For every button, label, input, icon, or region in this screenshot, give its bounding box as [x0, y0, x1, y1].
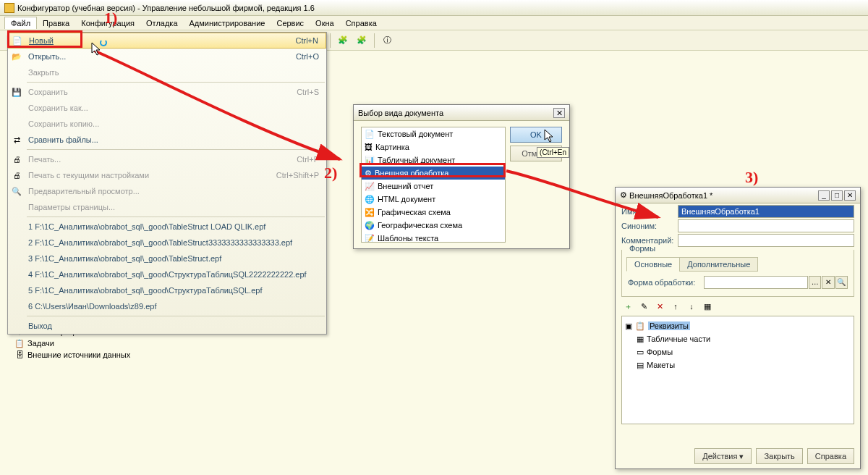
tb-debug1[interactable]: 🧩: [335, 33, 351, 49]
minimize-button[interactable]: _: [818, 190, 830, 201]
doc-item-extproc[interactable]: ⚙Внешняя обработка: [362, 167, 505, 180]
layouts-icon: ▤: [637, 361, 644, 370]
moveup-button[interactable]: ↑: [669, 300, 682, 313]
formproc-search[interactable]: 🔍: [835, 276, 848, 289]
print-icon: 🖨: [8, 155, 25, 164]
ok-tooltip: (Ctrl+En: [537, 147, 569, 158]
app-icon: [4, 3, 14, 13]
compare-icon: ⇄: [8, 135, 25, 145]
maximize-button[interactable]: □: [831, 190, 843, 201]
file-printcur[interactable]: 🖨 Печать с текущими настройками Ctrl+Shi…: [8, 167, 326, 183]
busy-spinner-icon: [100, 39, 107, 46]
tree-tasks[interactable]: 📋Задачи: [14, 337, 130, 349]
movedown-button[interactable]: ↓: [685, 300, 698, 313]
doc-item-text[interactable]: 📄Текстовый документ: [362, 127, 505, 140]
file-pagesetup[interactable]: Параметры страницы...: [8, 199, 326, 215]
sheet-icon: 📊: [365, 156, 375, 165]
doc-item-extreport[interactable]: 📈Внешний отчет: [362, 180, 505, 193]
sort-button[interactable]: ▦: [701, 300, 714, 313]
delete-button[interactable]: ✕: [653, 300, 666, 313]
extproc-icon: ⚙: [365, 169, 372, 178]
file-recent-3[interactable]: 4 F:\1C_Аналитика\obrabot_sql\_good\Стру…: [8, 266, 326, 282]
extproc-property-window: ⚙ ВнешняяОбработка1 * _ □ ✕ Имя: Синоним…: [615, 187, 861, 469]
tab-extra[interactable]: Дополнительные: [679, 257, 758, 272]
dialog-close-button[interactable]: ✕: [553, 108, 565, 118]
edit-button[interactable]: ✎: [637, 300, 650, 313]
tb-debug2[interactable]: 🧩: [354, 33, 370, 49]
file-exit[interactable]: Выход: [8, 318, 326, 334]
forms-legend: Формы: [626, 244, 658, 253]
formproc-browse[interactable]: …: [809, 276, 821, 289]
propwin-icon: ⚙: [620, 190, 627, 200]
file-recent-5[interactable]: 6 C:\Users\Иван\Downloads\z89.epf: [8, 298, 326, 314]
name-label: Имя:: [621, 207, 678, 216]
forms-icon: ▭: [637, 348, 644, 357]
menu-file[interactable]: Файл: [4, 17, 37, 29]
doc-item-texttmpl[interactable]: 📝Шаблоны текста: [362, 232, 505, 243]
file-recent-0[interactable]: 1 F:\1C_Аналитика\obrabot_sql\_good\Tabl…: [8, 219, 326, 235]
doc-type-dialog: Выбор вида документа ✕ 📄Текстовый докуме…: [353, 104, 570, 249]
extdata-icon: 🗄: [14, 350, 25, 360]
doc-item-spreadsheet[interactable]: 📊Табличный документ: [362, 154, 505, 167]
file-recent-2[interactable]: 3 F:\1C_Аналитика\obrabot_sql\_good\Tabl…: [8, 251, 326, 266]
req-icon: 📋: [635, 321, 645, 331]
printcur-icon: 🖨: [8, 171, 25, 180]
menu-service[interactable]: Сервис: [271, 17, 310, 29]
menu-help[interactable]: Справка: [340, 17, 383, 29]
graphschema-icon: 🔀: [365, 208, 375, 217]
file-recent-4[interactable]: 5 F:\1C_Аналитика\obrabot_sql\_good\Стру…: [8, 282, 326, 298]
tab-main[interactable]: Основные: [626, 257, 680, 272]
extreport-icon: 📈: [365, 182, 375, 191]
name-input[interactable]: [678, 205, 854, 218]
tree-toolbar: ＋ ✎ ✕ ↑ ↓ ▦: [621, 300, 854, 313]
file-print[interactable]: 🖨 Печать... Ctrl+P: [8, 151, 326, 167]
file-savecopy[interactable]: Сохранить копию...: [8, 116, 326, 132]
window-title: Конфигуратор (учебная версия) - Управлен…: [17, 4, 315, 12]
menu-admin[interactable]: Администрирование: [184, 17, 271, 29]
save-icon: 💾: [8, 88, 25, 97]
propwin-title: ВнешняяОбработка1 *: [629, 191, 712, 200]
dialog-ok-button[interactable]: OK: [510, 127, 562, 143]
propwin-help-button[interactable]: Справка: [807, 448, 854, 464]
file-open[interactable]: 📂 Открыть... Ctrl+O: [8, 49, 326, 64]
comment-input[interactable]: [678, 234, 854, 247]
file-saveas[interactable]: Сохранить как...: [8, 100, 326, 116]
add-button[interactable]: ＋: [621, 300, 634, 313]
tree-ext[interactable]: 🗄Внешние источники данных: [14, 349, 130, 361]
propwin-close-button[interactable]: Закрыть: [756, 448, 802, 464]
formproc-input[interactable]: [704, 276, 808, 289]
tree-layouts[interactable]: ▤Макеты: [625, 358, 851, 371]
file-recent-1[interactable]: 2 F:\1C_Аналитика\obrabot_sql\_good\Tabl…: [8, 235, 326, 251]
image-icon: 🖼: [365, 143, 373, 151]
menu-config[interactable]: Конфигурация: [75, 17, 140, 29]
preview-icon: 🔍: [8, 187, 25, 196]
window-titlebar: Конфигуратор (учебная версия) - Управлен…: [0, 0, 868, 16]
menu-debug[interactable]: Отладка: [140, 17, 183, 29]
file-preview[interactable]: 🔍Предварительный просмотр...: [8, 183, 326, 199]
formproc-clear[interactable]: ✕: [822, 276, 834, 289]
tree-forms[interactable]: ▭Формы: [625, 345, 851, 358]
textdoc-icon: 📄: [365, 130, 375, 139]
close-button[interactable]: ✕: [844, 190, 856, 201]
synonym-label: Синоним:: [621, 222, 678, 230]
dialog-title-text: Выбор вида документа: [358, 109, 443, 117]
doc-item-image[interactable]: 🖼Картинка: [362, 140, 505, 154]
file-save[interactable]: 💾 Сохранить Ctrl+S: [8, 84, 326, 100]
actions-button[interactable]: Действия ▾: [694, 448, 752, 464]
structure-tree[interactable]: ▣📋Реквизиты ▦Табличные части ▭Формы ▤Мак…: [621, 316, 854, 424]
file-compare[interactable]: ⇄Сравнить файлы...: [8, 132, 326, 148]
tree-requisites[interactable]: ▣📋Реквизиты: [625, 319, 851, 332]
doc-type-list[interactable]: 📄Текстовый документ 🖼Картинка 📊Табличный…: [361, 127, 506, 243]
file-new[interactable]: 📄 Новый Ctrl+N: [8, 33, 326, 49]
menu-edit[interactable]: Правка: [37, 17, 75, 29]
menu-windows[interactable]: Окна: [310, 17, 340, 29]
synonym-input[interactable]: [678, 219, 854, 232]
tree-tabparts[interactable]: ▦Табличные части: [625, 332, 851, 345]
doc-item-graphschema[interactable]: 🔀Графическая схема: [362, 206, 505, 219]
tabparts-icon: ▦: [637, 335, 644, 344]
tb-help[interactable]: ⓘ: [379, 33, 395, 49]
doc-item-geoschema[interactable]: 🌍Географическая схема: [362, 219, 505, 232]
html-icon: 🌐: [365, 195, 375, 204]
file-close[interactable]: Закрыть: [8, 64, 326, 80]
doc-item-html[interactable]: 🌐HTML документ: [362, 193, 505, 206]
